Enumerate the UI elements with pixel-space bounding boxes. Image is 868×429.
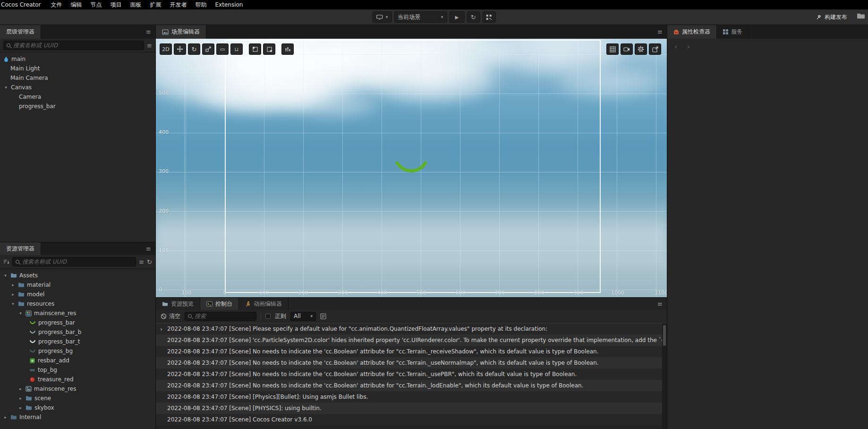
scene-menu-button[interactable]: ≡ bbox=[657, 28, 663, 35]
log-level-select[interactable]: All ▾ bbox=[290, 312, 316, 321]
menu-help[interactable]: 帮助 bbox=[191, 0, 211, 9]
log-row[interactable]: 2022-08-08 23:47:07 [Scene] No needs to … bbox=[156, 346, 667, 357]
tab-hierarchy[interactable]: 层级管理器 bbox=[0, 25, 41, 39]
scene-settings-button[interactable] bbox=[635, 43, 647, 55]
console-search-box[interactable] bbox=[185, 312, 256, 321]
asset-item-assets-root[interactable]: ▾ Assets bbox=[0, 271, 155, 280]
chevron-right-icon[interactable]: ▸ bbox=[18, 386, 23, 391]
console-search-input[interactable] bbox=[195, 313, 253, 319]
chevron-right-icon[interactable]: ▸ bbox=[10, 283, 16, 287]
asset-item-top-bg[interactable]: top_bg bbox=[0, 365, 155, 375]
asset-item-model[interactable]: ▸ model bbox=[0, 290, 155, 299]
hierarchy-filter-button[interactable]: ≡ bbox=[147, 42, 152, 49]
tab-asset-preview[interactable]: 资源预览 bbox=[156, 298, 200, 310]
play-button[interactable]: ▶ bbox=[449, 11, 464, 23]
menu-project[interactable]: 项目 bbox=[106, 0, 126, 9]
regex-checkbox[interactable] bbox=[265, 314, 271, 319]
log-row[interactable]: 2022-08-08 23:47:07 [Scene] No needs to … bbox=[156, 380, 667, 391]
hierarchy-node-main-camera[interactable]: Main Camera bbox=[0, 73, 155, 83]
chevron-right-icon[interactable]: ▸ bbox=[18, 396, 23, 401]
sort-order-button[interactable] bbox=[3, 259, 9, 265]
asset-item-internal[interactable]: ▸ Internal bbox=[0, 412, 155, 422]
log-row[interactable]: 2022-08-08 23:47:07 [Scene] 'cc.Particle… bbox=[156, 335, 667, 346]
move-tool-button[interactable] bbox=[174, 43, 186, 55]
asset-item-mainscene-res-1[interactable]: ▾ mainscene_res bbox=[0, 309, 155, 318]
asset-item-scene[interactable]: ▸ scene bbox=[0, 394, 155, 403]
gizmo-settings-button[interactable] bbox=[281, 43, 294, 55]
asset-item-treasure-red[interactable]: treasure_red bbox=[0, 375, 155, 384]
device-preview-button[interactable] bbox=[482, 11, 495, 23]
anchor-snap-button[interactable] bbox=[249, 43, 261, 55]
chevron-down-icon[interactable]: ▾ bbox=[3, 85, 9, 90]
pivot-snap-button[interactable] bbox=[263, 43, 275, 55]
transform-space-button[interactable]: ⊔ bbox=[230, 43, 243, 55]
scale-tool-button[interactable] bbox=[202, 43, 214, 55]
chevron-right-icon[interactable]: ▸ bbox=[3, 415, 8, 420]
camera-preview-button[interactable] bbox=[621, 43, 633, 55]
tab-services[interactable]: 服务 bbox=[717, 25, 749, 39]
menu-edit[interactable]: 编辑 bbox=[67, 0, 86, 9]
asset-item-mainscene-res-2[interactable]: ▸ mainscene_res bbox=[0, 384, 155, 394]
menu-panel[interactable]: 面板 bbox=[126, 0, 146, 9]
assets-search-input[interactable] bbox=[22, 258, 133, 265]
asset-item-resbar-add[interactable]: resbar_add bbox=[0, 356, 155, 365]
nav-back-button[interactable]: ‹ bbox=[674, 42, 677, 51]
asset-item-skybox[interactable]: ▸ skybox bbox=[0, 403, 155, 412]
rotate-tool-button[interactable]: ↻ bbox=[188, 43, 200, 55]
menu-extension[interactable]: Extension bbox=[211, 0, 247, 9]
chevron-down-icon[interactable]: ▾ bbox=[10, 301, 16, 306]
rect-tool-button[interactable]: ▭ bbox=[216, 43, 229, 55]
assets-search-box[interactable] bbox=[12, 257, 136, 266]
chevron-down-icon[interactable]: ▾ bbox=[18, 311, 23, 316]
hierarchy-menu-button[interactable]: ≡ bbox=[146, 28, 151, 35]
build-publish-button[interactable]: 构建发布 bbox=[816, 13, 847, 21]
nav-forward-button[interactable]: › bbox=[687, 42, 689, 51]
scene-selector-dropdown[interactable]: 当前场景 ▾ bbox=[394, 11, 447, 23]
asset-item-progress-bar-b[interactable]: progress_bar_b bbox=[0, 327, 155, 337]
chevron-right-icon[interactable]: ▸ bbox=[10, 292, 16, 297]
assets-list-mode-button[interactable]: ≡ bbox=[139, 258, 144, 266]
log-row[interactable]: 2022-08-08 23:47:07 [Scene] [Physics][Bu… bbox=[156, 391, 667, 403]
collapse-logs-button[interactable] bbox=[320, 313, 326, 319]
assets-refresh-button[interactable]: ↻ bbox=[147, 258, 152, 266]
tab-inspector[interactable]: 属性检查器 bbox=[667, 25, 717, 39]
asset-item-progress-bg[interactable]: progress_bg bbox=[0, 346, 155, 356]
assets-menu-button[interactable]: ≡ bbox=[146, 245, 151, 252]
hierarchy-node-main-light[interactable]: Main Light bbox=[0, 64, 155, 73]
menu-extensions[interactable]: 扩展 bbox=[146, 0, 166, 9]
mode-2d-button[interactable]: 2D bbox=[160, 43, 172, 55]
tab-console[interactable]: 控制台 bbox=[200, 298, 239, 310]
restart-button[interactable]: ↻ bbox=[467, 11, 480, 23]
console-menu-button[interactable]: ≡ bbox=[657, 300, 663, 308]
chevron-right-icon[interactable]: ▸ bbox=[18, 405, 23, 410]
menu-developer[interactable]: 开发者 bbox=[166, 0, 191, 9]
hierarchy-node-canvas[interactable]: ▾ Canvas bbox=[0, 83, 155, 92]
menu-file[interactable]: 文件 bbox=[47, 0, 67, 9]
grid-view-button[interactable] bbox=[606, 43, 619, 55]
tab-assets[interactable]: 资源管理器 bbox=[0, 242, 41, 255]
progress-bar-node[interactable] bbox=[394, 158, 428, 177]
clear-console-button[interactable]: 清空 bbox=[161, 312, 180, 320]
log-row[interactable]: 2022-08-08 23:47:07 [Scene] No needs to … bbox=[156, 357, 667, 369]
preview-target-dropdown[interactable]: ▾ bbox=[373, 11, 392, 23]
tab-scene-editor[interactable]: 场景编辑器 bbox=[156, 25, 206, 39]
log-row[interactable]: 2022-08-08 23:47:07 [Scene] Cocos Creato… bbox=[156, 414, 667, 425]
asset-item-progress-bar[interactable]: progress_bar bbox=[0, 318, 155, 327]
log-row[interactable]: › 2022-08-08 23:47:07 [Scene] Please spe… bbox=[156, 323, 667, 335]
hierarchy-node-main[interactable]: main bbox=[0, 54, 155, 64]
log-row[interactable]: 2022-08-08 23:47:07 [Scene] No needs to … bbox=[156, 369, 667, 380]
log-row[interactable]: 2022-08-08 23:47:07 [Scene] [PHYSICS]: u… bbox=[156, 403, 667, 414]
chevron-down-icon[interactable]: ▾ bbox=[3, 273, 8, 278]
open-preview-window-button[interactable] bbox=[649, 43, 661, 55]
scrollbar-thumb[interactable] bbox=[663, 325, 666, 346]
scene-viewport[interactable]: 500 400 300 200 100 0 -100 0 100 200 300… bbox=[156, 39, 667, 297]
asset-item-progress-bar-t[interactable]: progress_bar_t bbox=[0, 337, 155, 346]
hierarchy-search-input[interactable] bbox=[13, 42, 141, 49]
console-scrollbar[interactable] bbox=[662, 323, 667, 429]
hierarchy-search-box[interactable] bbox=[3, 41, 144, 50]
asset-item-material[interactable]: ▸ material bbox=[0, 280, 155, 290]
project-folder-button[interactable] bbox=[857, 13, 865, 19]
expand-arrow-icon[interactable]: › bbox=[160, 326, 162, 333]
hierarchy-node-camera[interactable]: Camera bbox=[0, 92, 155, 102]
menu-node[interactable]: 节点 bbox=[86, 0, 106, 9]
